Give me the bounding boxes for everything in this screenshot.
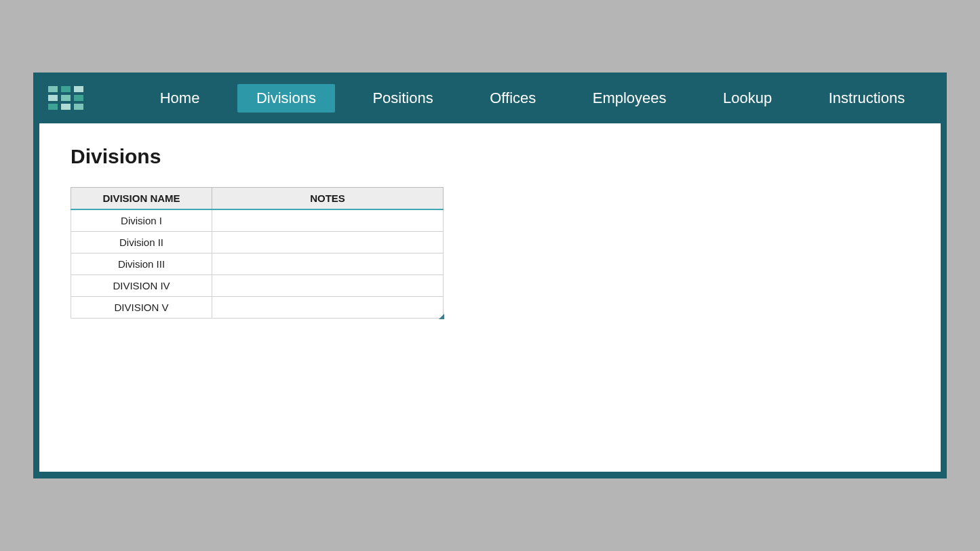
cell-notes[interactable]	[212, 231, 444, 253]
cell-division-name[interactable]: Division I	[71, 209, 212, 231]
table-wrapper: DIVISION NAME NOTES Division I Division …	[71, 187, 444, 319]
divisions-table: DIVISION NAME NOTES Division I Division …	[71, 187, 444, 319]
table-row[interactable]: Division III	[71, 253, 444, 274]
cell-division-name[interactable]: Division II	[71, 231, 212, 253]
table-row[interactable]: DIVISION IV	[71, 274, 444, 296]
table-row[interactable]: Division II	[71, 231, 444, 253]
cell-notes[interactable]	[212, 274, 444, 296]
table-header-row: DIVISION NAME NOTES	[71, 188, 444, 210]
content-area: Divisions DIVISION NAME NOTES Division I…	[39, 123, 941, 472]
nav-home[interactable]: Home	[141, 84, 219, 113]
cell-notes[interactable]	[212, 296, 444, 318]
table-row[interactable]: DIVISION V	[71, 296, 444, 318]
nav-employees[interactable]: Employees	[574, 84, 686, 113]
nav-instructions[interactable]: Instructions	[810, 84, 924, 113]
page-title: Divisions	[71, 145, 909, 168]
nav-lookup[interactable]: Lookup	[704, 84, 791, 113]
header-division-name[interactable]: DIVISION NAME	[71, 188, 212, 210]
cell-division-name[interactable]: DIVISION IV	[71, 274, 212, 296]
header-notes[interactable]: NOTES	[212, 188, 444, 210]
nav-items: Home Divisions Positions Offices Employe…	[132, 84, 947, 113]
cell-division-name[interactable]: DIVISION V	[71, 296, 212, 318]
nav-bar: Home Divisions Positions Offices Employe…	[33, 73, 947, 123]
cell-notes[interactable]	[212, 209, 444, 231]
nav-offices[interactable]: Offices	[471, 84, 555, 113]
cell-division-name[interactable]: Division III	[71, 253, 212, 274]
nav-divisions[interactable]: Divisions	[237, 84, 335, 113]
cell-notes[interactable]	[212, 253, 444, 274]
table-row[interactable]: Division I	[71, 209, 444, 231]
nav-positions[interactable]: Positions	[353, 84, 452, 113]
logo-icon	[48, 85, 85, 111]
app-window: Home Divisions Positions Offices Employe…	[33, 73, 947, 478]
table-resize-handle-icon[interactable]	[439, 314, 444, 319]
